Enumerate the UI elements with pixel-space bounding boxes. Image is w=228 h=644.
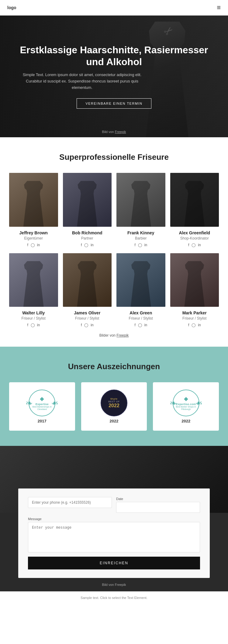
person-shape: [125, 261, 157, 307]
person-shape: [18, 261, 49, 307]
contact-credit: Bild von Freepik: [0, 578, 228, 591]
linkedin-icon[interactable]: in: [91, 323, 93, 327]
team-member-role: Eigentümer: [9, 236, 58, 240]
team-card: Mark Parker Friseur / Stylist f ◯ in: [170, 253, 219, 327]
submit-button[interactable]: EINREICHEN: [28, 557, 200, 569]
team-member-name: Walter Lilly: [9, 310, 58, 315]
team-member-name: Alex Green: [116, 310, 165, 315]
award-name: Expertise: [36, 403, 49, 406]
person-shape: [179, 181, 210, 226]
award-year: 2017: [38, 419, 47, 423]
award-diamond-icon: ◆: [40, 395, 44, 402]
team-member-role: Shop-Koordinator: [170, 236, 219, 240]
team-member-name: Mark Parker: [170, 310, 219, 315]
team-photo: [116, 173, 165, 227]
team-card: James Oliver Friseur / Stylist f ◯ in: [63, 253, 112, 327]
person-shape: [125, 181, 157, 226]
instagram-icon[interactable]: ◯: [192, 243, 195, 247]
navbar: logo ≡: [0, 0, 228, 16]
footer: Sample text. Click to select the Text El…: [0, 591, 228, 604]
instagram-icon[interactable]: ◯: [138, 243, 142, 247]
facebook-icon[interactable]: f: [27, 323, 28, 327]
linkedin-icon[interactable]: in: [37, 323, 40, 327]
team-photo-inner: [63, 253, 112, 307]
person-shape: [71, 181, 103, 226]
linkedin-icon[interactable]: in: [144, 323, 147, 327]
hero-credit: Bild von Freepik: [102, 130, 126, 134]
team-photo: [63, 173, 112, 227]
message-textarea[interactable]: [28, 522, 200, 552]
person-shape: [71, 261, 103, 307]
date-input[interactable]: [116, 502, 200, 513]
person-shape: [18, 181, 49, 226]
linkedin-icon[interactable]: in: [198, 243, 201, 247]
award-style-label: Style: [110, 397, 118, 400]
team-grid: Jeffrey Brown Eigentümer f ◯ in Bob Rich…: [9, 173, 219, 327]
award-sub: Best Barbershops in Cleveland: [29, 406, 55, 411]
hamburger-icon[interactable]: ≡: [217, 4, 221, 12]
contact-form: Date Message EINREICHEN: [18, 488, 210, 578]
team-social: f ◯ in: [116, 243, 165, 247]
team-social: f ◯ in: [63, 243, 112, 247]
linkedin-icon[interactable]: in: [91, 243, 93, 247]
right-leaf: ❧: [195, 398, 202, 408]
team-social: f ◯ in: [116, 323, 165, 327]
hero-content: Erstklassige Haarschnitte, Rasiermesser …: [0, 38, 228, 114]
team-social: f ◯ in: [170, 243, 219, 247]
team-section-title: Superprofessionelle Friseure: [9, 152, 219, 162]
award-diamond-icon: ◆: [184, 395, 188, 402]
left-leaf: ❧: [170, 398, 177, 408]
award-sub: Best Barber Shops in Pittsburgh: [173, 406, 199, 411]
instagram-icon[interactable]: ◯: [31, 323, 35, 327]
cta-button[interactable]: VEREINBARE EINEN TERMIN: [77, 98, 151, 109]
linkedin-icon[interactable]: in: [144, 243, 147, 247]
team-photo: [170, 173, 219, 227]
facebook-icon[interactable]: f: [188, 323, 189, 327]
facebook-icon[interactable]: f: [134, 243, 135, 247]
instagram-icon[interactable]: ◯: [84, 243, 88, 247]
team-member-role: Friseur / Stylist: [170, 316, 219, 320]
team-photo-inner: [170, 253, 219, 307]
instagram-icon[interactable]: ◯: [192, 323, 195, 327]
team-card: Alex Greenfield Shop-Koordinator f ◯ in: [170, 173, 219, 247]
team-photo: [170, 253, 219, 307]
hero-credit-link[interactable]: Freepik: [115, 130, 126, 134]
team-photo-inner: [63, 173, 112, 227]
team-photo-inner: [9, 253, 58, 307]
team-credit-link[interactable]: Freepik: [116, 333, 129, 338]
facebook-icon[interactable]: f: [134, 323, 135, 327]
form-top-row: Date: [28, 497, 200, 513]
linkedin-icon[interactable]: in: [37, 243, 40, 247]
team-member-role: Friseur / Stylist: [9, 316, 58, 320]
team-social: f ◯ in: [9, 243, 58, 247]
instagram-icon[interactable]: ◯: [138, 323, 142, 327]
award-badge: Style BEST OF 2022 2022: [101, 390, 127, 423]
team-member-name: Alex Greenfield: [170, 230, 219, 235]
facebook-icon[interactable]: f: [188, 243, 189, 247]
footer-note: Sample text. Click to select the Text El…: [81, 596, 147, 600]
phone-group: [28, 497, 112, 513]
date-label: Date: [116, 497, 200, 501]
award-badge: ◆ Expertise.com Best Barber Shops in Pit…: [173, 390, 199, 423]
team-social: f ◯ in: [170, 323, 219, 327]
award-card: ◆ Expertise.com Best Barber Shops in Pit…: [153, 382, 219, 431]
logo: logo: [7, 5, 16, 10]
facebook-icon[interactable]: f: [81, 323, 82, 327]
instagram-icon[interactable]: ◯: [31, 243, 35, 247]
team-member-role: Barbier: [116, 236, 165, 240]
award-name: Expertise.com: [176, 403, 196, 406]
facebook-icon[interactable]: f: [81, 243, 82, 247]
linkedin-icon[interactable]: in: [198, 323, 201, 327]
team-member-name: James Oliver: [63, 310, 112, 315]
team-photo: [9, 173, 58, 227]
left-leaf: ❧: [26, 398, 33, 408]
team-photo: [116, 253, 165, 307]
award-year-big: 2022: [109, 403, 119, 408]
phone-input[interactable]: [28, 497, 112, 508]
facebook-icon[interactable]: f: [27, 243, 28, 247]
award-bestof-label: BEST OF: [108, 400, 120, 403]
award-year-below: 2022: [110, 419, 119, 423]
instagram-icon[interactable]: ◯: [84, 323, 88, 327]
team-member-name: Bob Richmond: [63, 230, 112, 235]
team-photo-inner: [9, 173, 58, 227]
